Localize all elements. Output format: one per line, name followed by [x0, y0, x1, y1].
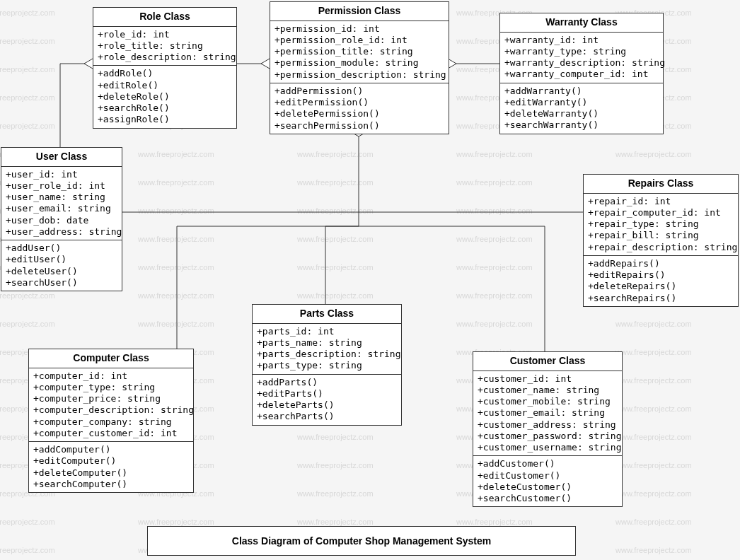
methods: +addPermission()+editPermission()+delete… — [270, 83, 449, 134]
member-row: +customer_email: string — [478, 407, 618, 419]
member-row: +repair_computer_id: int — [588, 207, 734, 218]
member-row: +customer_username: string — [478, 442, 618, 453]
member-row: +user_role_id: int — [6, 180, 117, 192]
member-row: +editComputer() — [33, 455, 189, 467]
class-title: Computer Class — [29, 349, 193, 368]
member-row: +computer_type: string — [33, 382, 189, 393]
attributes: +repair_id: int+repair_computer_id: int+… — [584, 194, 738, 256]
member-row: +permission_description: string — [274, 69, 444, 81]
attributes: +user_id: int+user_role_id: int+user_nam… — [1, 167, 122, 241]
methods: +addParts()+editParts()+deleteParts()+se… — [253, 375, 401, 425]
member-row: +computer_description: string — [33, 404, 189, 416]
member-row: +searchRole() — [98, 103, 232, 114]
attributes: +customer_id: int+customer_name: string+… — [473, 371, 622, 457]
class-role: Role Class +role_id: int+role_title: str… — [93, 7, 237, 129]
member-row: +computer_company: string — [33, 416, 189, 428]
member-row: +permission_role_id: int — [274, 35, 444, 46]
attributes: +warranty_id: int+warranty_type: string+… — [500, 33, 663, 83]
member-row: +searchCustomer() — [478, 493, 618, 504]
member-row: +addParts() — [257, 377, 397, 388]
class-title: Role Class — [93, 8, 236, 27]
member-row: +repair_type: string — [588, 218, 734, 230]
class-repairs: Repairs Class +repair_id: int+repair_com… — [583, 174, 739, 307]
member-row: +computer_id: int — [33, 371, 189, 382]
member-row: +editCustomer() — [478, 470, 618, 482]
class-title: Parts Class — [253, 305, 401, 324]
member-row: +editParts() — [257, 388, 397, 399]
member-row: +searchWarranty() — [504, 119, 659, 131]
member-row: +permission_id: int — [274, 23, 444, 35]
member-row: +parts_name: string — [257, 337, 397, 349]
member-row: +deleteRole() — [98, 91, 232, 103]
member-row: +user_id: int — [6, 169, 117, 180]
member-row: +customer_id: int — [478, 373, 618, 385]
member-row: +customer_mobile: string — [478, 396, 618, 407]
class-warranty: Warranty Class +warranty_id: int+warrant… — [499, 13, 664, 134]
member-row: +role_description: string — [98, 52, 232, 63]
diagram-caption: Class Diagram of Computer Shop Managemen… — [147, 526, 576, 556]
methods: +addComputer()+editComputer()+deleteComp… — [29, 442, 193, 492]
member-row: +deleteParts() — [257, 399, 397, 411]
class-title: User Class — [1, 148, 122, 167]
member-row: +addWarranty() — [504, 86, 659, 97]
member-row: +user_email: string — [6, 203, 117, 214]
methods: +addUser()+editUser()+deleteUser()+searc… — [1, 240, 122, 291]
member-row: +editRepairs() — [588, 269, 734, 281]
class-title: Repairs Class — [584, 175, 738, 194]
member-row: +customer_password: string — [478, 431, 618, 442]
member-row: +warranty_computer_id: int — [504, 69, 659, 80]
member-row: +computer_customer_id: int — [33, 428, 189, 439]
class-parts: Parts Class +parts_id: int+parts_name: s… — [252, 304, 402, 426]
class-title: Permission Class — [270, 2, 449, 21]
member-row: +addCustomer() — [478, 458, 618, 469]
member-row: +searchUser() — [6, 277, 117, 288]
member-row: +addRole() — [98, 68, 232, 79]
member-row: +warranty_description: string — [504, 57, 659, 69]
member-row: +addRepairs() — [588, 258, 734, 269]
member-row: +role_id: int — [98, 29, 232, 40]
member-row: +searchPermission() — [274, 120, 444, 132]
member-row: +searchRepairs() — [588, 293, 734, 304]
class-title: Warranty Class — [500, 13, 663, 33]
member-row: +permission_title: string — [274, 46, 444, 57]
member-row: +role_title: string — [98, 40, 232, 52]
member-row: +user_name: string — [6, 192, 117, 203]
member-row: +parts_type: string — [257, 360, 397, 371]
member-row: +editRole() — [98, 80, 232, 91]
member-row: +repair_description: string — [588, 242, 734, 253]
member-row: +parts_id: int — [257, 326, 397, 337]
member-row: +addPermission() — [274, 86, 444, 97]
member-row: +addComputer() — [33, 444, 189, 455]
class-computer: Computer Class +computer_id: int+compute… — [28, 349, 194, 493]
member-row: +user_dob: date — [6, 215, 117, 226]
member-row: +addUser() — [6, 243, 117, 254]
member-row: +editPermission() — [274, 97, 444, 108]
member-row: +assignRole() — [98, 114, 232, 125]
methods: +addRepairs()+editRepairs()+deleteRepair… — [584, 256, 738, 306]
member-row: +repair_bill: string — [588, 230, 734, 241]
member-row: +searchComputer() — [33, 479, 189, 490]
member-row: +deleteWarranty() — [504, 108, 659, 119]
member-row: +deleteUser() — [6, 266, 117, 277]
member-row: +deleteRepairs() — [588, 281, 734, 292]
member-row: +customer_address: string — [478, 419, 618, 431]
member-row: +searchParts() — [257, 411, 397, 422]
member-row: +deleteComputer() — [33, 467, 189, 479]
class-title: Customer Class — [473, 352, 622, 371]
caption-text: Class Diagram of Computer Shop Managemen… — [232, 535, 491, 547]
attributes: +computer_id: int+computer_type: string+… — [29, 368, 193, 443]
member-row: +deleteCustomer() — [478, 482, 618, 493]
member-row: +warranty_id: int — [504, 35, 659, 46]
class-user: User Class +user_id: int+user_role_id: i… — [1, 147, 122, 291]
methods: +addCustomer()+editCustomer()+deleteCust… — [473, 456, 622, 506]
attributes: +role_id: int+role_title: string+role_de… — [93, 27, 236, 66]
member-row: +warranty_type: string — [504, 46, 659, 57]
attributes: +permission_id: int+permission_role_id: … — [270, 21, 449, 83]
member-row: +parts_description: string — [257, 349, 397, 360]
member-row: +customer_name: string — [478, 385, 618, 396]
attributes: +parts_id: int+parts_name: string+parts_… — [253, 324, 401, 375]
member-row: +editUser() — [6, 254, 117, 265]
methods: +addWarranty()+editWarranty()+deleteWarr… — [500, 83, 663, 134]
member-row: +user_address: string — [6, 226, 117, 238]
member-row: +permission_module: string — [274, 57, 444, 69]
